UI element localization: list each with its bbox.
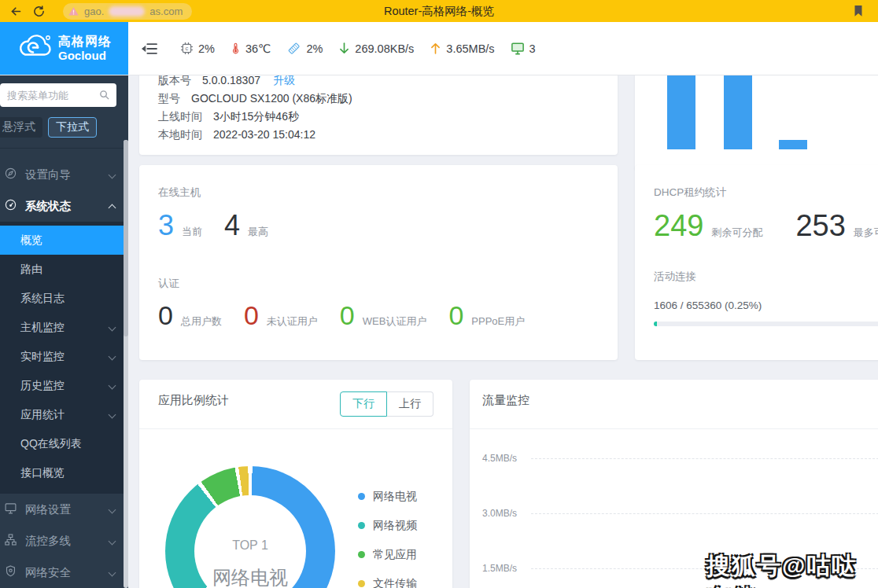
- url-text-suffix: as.com: [149, 6, 183, 17]
- sidebar-item-history-monitor[interactable]: 历史监控: [0, 371, 128, 400]
- address-bar[interactable]: gao.as.com: [63, 3, 192, 20]
- refresh-icon[interactable]: [32, 5, 46, 18]
- memory-usage-stat: 2%: [286, 41, 323, 56]
- legend-dot: [358, 551, 365, 558]
- active-connections-value: 1606 / 655360 (0.25%): [654, 300, 878, 311]
- legend-label: 网络电视: [373, 490, 417, 504]
- collapse-sidebar-icon[interactable]: [141, 42, 158, 56]
- sidebar-item-routing[interactable]: 路由: [0, 255, 128, 284]
- sidebar-item-qq-online-list[interactable]: QQ在线列表: [0, 429, 128, 458]
- sidebar-item-setup-wizard[interactable]: 设置向导: [0, 159, 128, 190]
- header-statusbar: c 2% 36℃ 2% 269.08KB/s: [128, 22, 878, 75]
- brand-subname: Gocloud: [58, 49, 112, 62]
- dhcp-max-label: 最多可分配: [854, 226, 878, 240]
- chevron-down-icon: [109, 382, 116, 390]
- sidebar-item-system-status[interactable]: 系统状态: [0, 190, 128, 222]
- menu-style-tabs: 悬浮式 下拉式: [0, 117, 128, 149]
- y-axis-tick-15: 1.5MB/s: [482, 563, 517, 574]
- sidebar-item-realtime-monitor[interactable]: 实时监控: [0, 342, 128, 371]
- online-hosts-title: 在线主机: [158, 186, 599, 200]
- sidebar-item-label: 设置向导: [25, 167, 71, 182]
- hub-topology-icon: [4, 533, 17, 549]
- bookmark-icon[interactable]: [851, 3, 865, 19]
- chevron-down-icon: [109, 411, 116, 419]
- system-info-card: 版本号5.0.0.18307升级 型号GOCLOUD SX1200 (X86标准…: [139, 75, 618, 155]
- submenu-label: 接口概览: [20, 466, 65, 480]
- display-icon: [4, 502, 17, 517]
- max-hosts-label: 最高: [248, 225, 268, 239]
- direction-toggle: 下行 上行: [340, 391, 433, 417]
- scrollbar-thumb[interactable]: [124, 140, 128, 336]
- legend-label: 网络视频: [373, 519, 417, 533]
- tab-floating-style[interactable]: 悬浮式: [0, 117, 42, 138]
- tab-dropdown-style[interactable]: 下拉式: [48, 117, 97, 138]
- download-speed-value: 269.08KB/s: [355, 42, 414, 55]
- search-icon[interactable]: [98, 89, 110, 104]
- downstream-button[interactable]: 下行: [340, 391, 387, 417]
- y-axis-tick-30: 3.0MB/s: [482, 508, 517, 519]
- monitor-icon: [510, 41, 526, 56]
- traffic-monitor-title: 流量监控: [470, 380, 878, 408]
- url-text-prefix: gao.: [84, 6, 104, 17]
- version-value: 5.0.0.18307: [202, 75, 260, 86]
- sidebar-item-overview[interactable]: 概览: [0, 226, 128, 255]
- legend-item-video[interactable]: 网络视频: [358, 511, 417, 540]
- card-divider: [470, 428, 878, 429]
- dhcp-remaining-label: 剩余可分配: [711, 226, 762, 240]
- page-title: Router-高格网络-概览: [384, 4, 494, 19]
- chevron-down-icon: [109, 171, 116, 178]
- y-axis-tick-45: 4.5MB/s: [482, 453, 517, 464]
- cpu-usage-value: 2%: [198, 42, 215, 55]
- online-clients-value: 3: [529, 42, 536, 55]
- temperature-value: 36℃: [245, 42, 271, 55]
- dhcp-lease-card: DHCP租约统计 249 剩余可分配 253 最多可分配 活动连接 1606 /…: [635, 165, 878, 360]
- sidebar-item-host-monitor[interactable]: 主机监控: [0, 313, 128, 342]
- auth-title: 认证: [158, 277, 599, 291]
- site-warning-icon: [68, 6, 79, 17]
- online-hosts-numbers: 3 当前 4 最高: [158, 209, 599, 242]
- model-row: 型号GOCLOUD SX1200 (X86标准版): [158, 90, 599, 108]
- sidebar-scrollbar[interactable]: [124, 140, 128, 588]
- dhcp-numbers: 249 剩余可分配 253 最多可分配: [654, 209, 878, 243]
- submenu-label: QQ在线列表: [20, 437, 82, 451]
- thermometer-icon: [230, 41, 242, 56]
- sidebar-item-system-log[interactable]: 系统日志: [0, 284, 128, 313]
- donut-center-label: 网络电视: [165, 565, 335, 588]
- sidebar-item-app-statistics[interactable]: 应用统计: [0, 400, 128, 429]
- sidebar-item-label: 系统状态: [25, 199, 71, 214]
- sidebar-item-network-settings[interactable]: 网络设置: [0, 494, 128, 525]
- back-icon[interactable]: [9, 5, 23, 18]
- donut-legend: 网络电视 网络视频 常见应用 文件传输: [358, 482, 417, 588]
- cpu-usage-stat: c 2%: [179, 41, 215, 56]
- sidebar-item-interface-overview[interactable]: 接口概览: [0, 458, 128, 487]
- sidebar-item-label: 网络安全: [25, 565, 71, 580]
- gridline: [531, 458, 878, 459]
- sidebar-item-network-security[interactable]: 网络安全: [0, 557, 128, 588]
- legend-item-common-apps[interactable]: 常见应用: [358, 540, 417, 569]
- web-auth-users-label: WEB认证用户: [363, 314, 427, 329]
- sidebar-item-flow-control[interactable]: 流控多线: [0, 525, 128, 557]
- url-censored-blur: [109, 6, 145, 17]
- gridline: [531, 513, 878, 514]
- upload-speed-stat: 3.65MB/s: [429, 41, 494, 56]
- app-ratio-card: 应用比例统计 下行 上行 TOP 1 网络电视 网络电视 网络视频 常见应用 文…: [139, 380, 452, 588]
- max-hosts-value: 4: [224, 209, 240, 242]
- localtime-row: 本地时间2022-03-20 15:04:12: [158, 126, 599, 144]
- dhcp-max-value: 253: [795, 209, 845, 243]
- bar-3: [779, 140, 807, 149]
- chevron-down-icon: [109, 568, 116, 576]
- legend-item-iptv[interactable]: 网络电视: [358, 482, 417, 511]
- upgrade-link[interactable]: 升级: [273, 75, 295, 86]
- upstream-button[interactable]: 上行: [387, 391, 433, 417]
- sidebar: 悬浮式 下拉式 设置向导 系统状态 概览 路由 系统日志: [0, 75, 128, 588]
- bar-1: [667, 75, 695, 149]
- legend-dot: [358, 580, 365, 587]
- sidebar-menu: 设置向导 系统状态 概览 路由 系统日志 主机监控 实时监控 历史监控 应用统计…: [0, 159, 128, 588]
- total-users-value: 0: [158, 300, 173, 331]
- localtime-label: 本地时间: [158, 128, 202, 141]
- auth-numbers: 0 总用户数 0 未认证用户 0 WEB认证用户 0 PPPoE用户: [158, 300, 599, 331]
- app-ratio-donut-chart: TOP 1 网络电视: [165, 466, 335, 588]
- legend-item-file-transfer[interactable]: 文件传输: [358, 569, 417, 588]
- model-label: 型号: [158, 92, 180, 105]
- submenu-label: 系统日志: [20, 292, 65, 306]
